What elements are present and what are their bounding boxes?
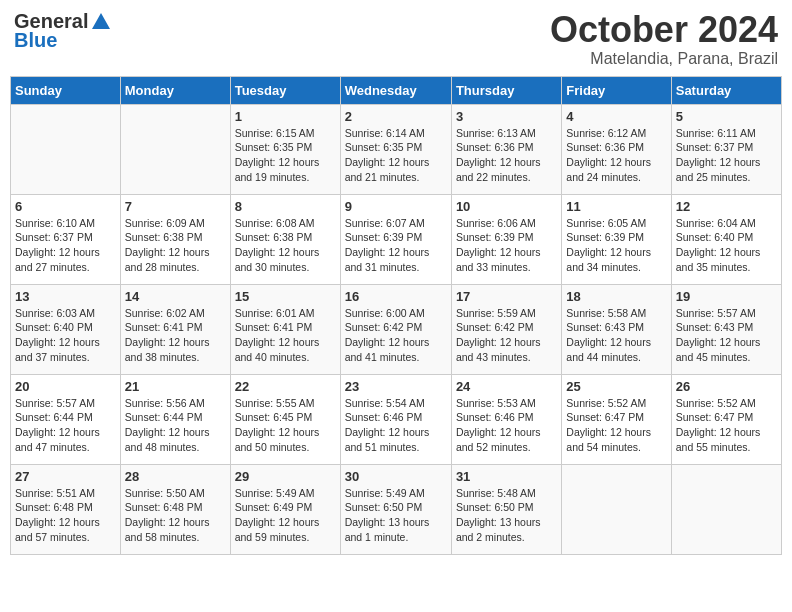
day-number: 30 <box>345 469 447 484</box>
calendar-cell: 31Sunrise: 5:48 AMSunset: 6:50 PMDayligh… <box>451 464 561 554</box>
day-info: Sunrise: 6:15 AMSunset: 6:35 PMDaylight:… <box>235 126 336 185</box>
calendar-cell: 7Sunrise: 6:09 AMSunset: 6:38 PMDaylight… <box>120 194 230 284</box>
day-info: Sunrise: 6:05 AMSunset: 6:39 PMDaylight:… <box>566 216 666 275</box>
day-number: 10 <box>456 199 557 214</box>
day-number: 5 <box>676 109 777 124</box>
svg-marker-0 <box>92 13 110 29</box>
day-number: 8 <box>235 199 336 214</box>
calendar-cell: 3Sunrise: 6:13 AMSunset: 6:36 PMDaylight… <box>451 104 561 194</box>
calendar-cell: 9Sunrise: 6:07 AMSunset: 6:39 PMDaylight… <box>340 194 451 284</box>
calendar-cell: 5Sunrise: 6:11 AMSunset: 6:37 PMDaylight… <box>671 104 781 194</box>
day-info: Sunrise: 5:54 AMSunset: 6:46 PMDaylight:… <box>345 396 447 455</box>
calendar-cell: 8Sunrise: 6:08 AMSunset: 6:38 PMDaylight… <box>230 194 340 284</box>
day-info: Sunrise: 5:49 AMSunset: 6:50 PMDaylight:… <box>345 486 447 545</box>
day-info: Sunrise: 5:48 AMSunset: 6:50 PMDaylight:… <box>456 486 557 545</box>
day-number: 22 <box>235 379 336 394</box>
calendar-cell: 4Sunrise: 6:12 AMSunset: 6:36 PMDaylight… <box>562 104 671 194</box>
day-number: 29 <box>235 469 336 484</box>
page-header: General Blue October 2024 Matelandia, Pa… <box>10 10 782 68</box>
day-number: 24 <box>456 379 557 394</box>
day-info: Sunrise: 6:10 AMSunset: 6:37 PMDaylight:… <box>15 216 116 275</box>
calendar-cell: 11Sunrise: 6:05 AMSunset: 6:39 PMDayligh… <box>562 194 671 284</box>
day-info: Sunrise: 6:14 AMSunset: 6:35 PMDaylight:… <box>345 126 447 185</box>
day-number: 14 <box>125 289 226 304</box>
calendar-week-row: 6Sunrise: 6:10 AMSunset: 6:37 PMDaylight… <box>11 194 782 284</box>
logo: General Blue <box>14 10 112 52</box>
day-info: Sunrise: 6:02 AMSunset: 6:41 PMDaylight:… <box>125 306 226 365</box>
day-info: Sunrise: 6:11 AMSunset: 6:37 PMDaylight:… <box>676 126 777 185</box>
day-number: 1 <box>235 109 336 124</box>
calendar-cell: 1Sunrise: 6:15 AMSunset: 6:35 PMDaylight… <box>230 104 340 194</box>
day-info: Sunrise: 5:55 AMSunset: 6:45 PMDaylight:… <box>235 396 336 455</box>
calendar-cell: 21Sunrise: 5:56 AMSunset: 6:44 PMDayligh… <box>120 374 230 464</box>
header-thursday: Thursday <box>451 76 561 104</box>
day-number: 23 <box>345 379 447 394</box>
day-info: Sunrise: 5:57 AMSunset: 6:44 PMDaylight:… <box>15 396 116 455</box>
day-number: 31 <box>456 469 557 484</box>
day-info: Sunrise: 5:50 AMSunset: 6:48 PMDaylight:… <box>125 486 226 545</box>
calendar-cell: 15Sunrise: 6:01 AMSunset: 6:41 PMDayligh… <box>230 284 340 374</box>
day-info: Sunrise: 6:03 AMSunset: 6:40 PMDaylight:… <box>15 306 116 365</box>
day-info: Sunrise: 5:49 AMSunset: 6:49 PMDaylight:… <box>235 486 336 545</box>
day-info: Sunrise: 6:00 AMSunset: 6:42 PMDaylight:… <box>345 306 447 365</box>
day-number: 3 <box>456 109 557 124</box>
calendar-cell: 29Sunrise: 5:49 AMSunset: 6:49 PMDayligh… <box>230 464 340 554</box>
calendar-cell: 22Sunrise: 5:55 AMSunset: 6:45 PMDayligh… <box>230 374 340 464</box>
day-number: 20 <box>15 379 116 394</box>
header-sunday: Sunday <box>11 76 121 104</box>
logo-blue: Blue <box>14 29 57 52</box>
calendar-cell: 14Sunrise: 6:02 AMSunset: 6:41 PMDayligh… <box>120 284 230 374</box>
day-number: 25 <box>566 379 666 394</box>
day-number: 26 <box>676 379 777 394</box>
day-number: 18 <box>566 289 666 304</box>
calendar-table: Sunday Monday Tuesday Wednesday Thursday… <box>10 76 782 555</box>
day-number: 17 <box>456 289 557 304</box>
title-block: October 2024 Matelandia, Parana, Brazil <box>550 10 778 68</box>
day-info: Sunrise: 5:57 AMSunset: 6:43 PMDaylight:… <box>676 306 777 365</box>
calendar-cell <box>671 464 781 554</box>
day-number: 28 <box>125 469 226 484</box>
day-number: 21 <box>125 379 226 394</box>
day-info: Sunrise: 5:53 AMSunset: 6:46 PMDaylight:… <box>456 396 557 455</box>
day-info: Sunrise: 6:13 AMSunset: 6:36 PMDaylight:… <box>456 126 557 185</box>
calendar-week-row: 13Sunrise: 6:03 AMSunset: 6:40 PMDayligh… <box>11 284 782 374</box>
day-info: Sunrise: 6:07 AMSunset: 6:39 PMDaylight:… <box>345 216 447 275</box>
header-saturday: Saturday <box>671 76 781 104</box>
header-wednesday: Wednesday <box>340 76 451 104</box>
day-info: Sunrise: 6:12 AMSunset: 6:36 PMDaylight:… <box>566 126 666 185</box>
calendar-cell: 19Sunrise: 5:57 AMSunset: 6:43 PMDayligh… <box>671 284 781 374</box>
calendar-cell: 25Sunrise: 5:52 AMSunset: 6:47 PMDayligh… <box>562 374 671 464</box>
calendar-cell <box>11 104 121 194</box>
calendar-cell: 20Sunrise: 5:57 AMSunset: 6:44 PMDayligh… <box>11 374 121 464</box>
day-info: Sunrise: 5:52 AMSunset: 6:47 PMDaylight:… <box>676 396 777 455</box>
day-number: 4 <box>566 109 666 124</box>
location-title: Matelandia, Parana, Brazil <box>550 50 778 68</box>
calendar-cell <box>562 464 671 554</box>
calendar-week-row: 27Sunrise: 5:51 AMSunset: 6:48 PMDayligh… <box>11 464 782 554</box>
day-number: 9 <box>345 199 447 214</box>
day-info: Sunrise: 5:58 AMSunset: 6:43 PMDaylight:… <box>566 306 666 365</box>
calendar-cell: 26Sunrise: 5:52 AMSunset: 6:47 PMDayligh… <box>671 374 781 464</box>
header-monday: Monday <box>120 76 230 104</box>
day-info: Sunrise: 6:04 AMSunset: 6:40 PMDaylight:… <box>676 216 777 275</box>
calendar-cell: 24Sunrise: 5:53 AMSunset: 6:46 PMDayligh… <box>451 374 561 464</box>
day-number: 13 <box>15 289 116 304</box>
day-number: 15 <box>235 289 336 304</box>
calendar-cell: 27Sunrise: 5:51 AMSunset: 6:48 PMDayligh… <box>11 464 121 554</box>
calendar-week-row: 20Sunrise: 5:57 AMSunset: 6:44 PMDayligh… <box>11 374 782 464</box>
calendar-cell: 30Sunrise: 5:49 AMSunset: 6:50 PMDayligh… <box>340 464 451 554</box>
calendar-cell: 17Sunrise: 5:59 AMSunset: 6:42 PMDayligh… <box>451 284 561 374</box>
day-info: Sunrise: 6:01 AMSunset: 6:41 PMDaylight:… <box>235 306 336 365</box>
header-tuesday: Tuesday <box>230 76 340 104</box>
day-info: Sunrise: 5:51 AMSunset: 6:48 PMDaylight:… <box>15 486 116 545</box>
calendar-header-row: Sunday Monday Tuesday Wednesday Thursday… <box>11 76 782 104</box>
calendar-week-row: 1Sunrise: 6:15 AMSunset: 6:35 PMDaylight… <box>11 104 782 194</box>
calendar-cell: 23Sunrise: 5:54 AMSunset: 6:46 PMDayligh… <box>340 374 451 464</box>
calendar-cell: 2Sunrise: 6:14 AMSunset: 6:35 PMDaylight… <box>340 104 451 194</box>
day-info: Sunrise: 6:06 AMSunset: 6:39 PMDaylight:… <box>456 216 557 275</box>
day-info: Sunrise: 6:09 AMSunset: 6:38 PMDaylight:… <box>125 216 226 275</box>
day-number: 6 <box>15 199 116 214</box>
logo-icon <box>90 11 112 33</box>
day-number: 2 <box>345 109 447 124</box>
calendar-cell <box>120 104 230 194</box>
